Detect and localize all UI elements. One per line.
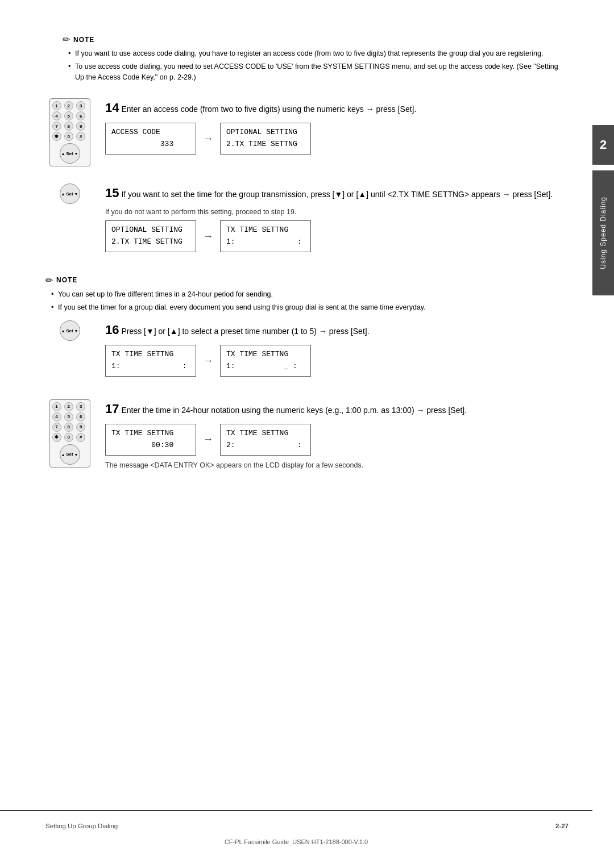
- lcd1-l1: ACCESS CODE: [111, 128, 160, 136]
- lcd16-2l1: TX TIME SETTNG: [226, 350, 288, 358]
- step-14-lcd1: ACCESS CODE 333: [105, 123, 196, 155]
- note2-label: NOTE: [56, 276, 77, 284]
- step-16-heading: 16 Press [▼] or [▲] to select a preset t…: [105, 320, 569, 339]
- step-17-icon-col: 1 2 3 4 5 6 7 8 9 ✱ 0 # Set: [45, 399, 94, 468]
- step-15-heading-text: If you want to set the time for the grou…: [121, 190, 553, 199]
- key-4: 4: [52, 111, 61, 120]
- step-16-lcd-row: TX TIME SETTNG1: : → TX TIME SETTNG1: _ …: [105, 345, 569, 377]
- key17-4: 4: [52, 412, 61, 422]
- step-14-heading: 14 Enter an access code (from two to fiv…: [105, 98, 569, 117]
- arrow-14: →: [203, 133, 213, 145]
- footer-row: Setting Up Group Dialing 2-27: [45, 823, 569, 829]
- top-note-section: ✏ NOTE If you want to use access code di…: [63, 34, 569, 82]
- set-btn-arrows-17: ▲▼: [60, 452, 80, 456]
- lcd17-l1: TX TIME SETTNG: [111, 429, 173, 437]
- set-btn-arrows-16: ▲▼: [60, 329, 80, 333]
- step-14-lcd2: OPTIONAL SETTING2.TX TIME SETTNG: [220, 123, 311, 155]
- key17-star: ✱: [52, 433, 61, 442]
- note2-pencil-icon: ✏: [45, 275, 53, 286]
- step-17-number: 17: [105, 402, 119, 416]
- lcd15-l2: 2.TX TIME SETTNG: [111, 237, 182, 246]
- step-15-lcd2: TX TIME SETTNG1: :: [220, 220, 311, 252]
- note2-list: You can set up to five different times i…: [45, 289, 569, 313]
- set-btn-arrows-15: ▲▼: [60, 192, 80, 196]
- keypad-grid: 1 2 3 4 5 6 7 8 9 ✱ 0 #: [52, 101, 88, 141]
- note-header: ✏ NOTE: [63, 34, 569, 45]
- step-17-row: 1 2 3 4 5 6 7 8 9 ✱ 0 # Set: [45, 399, 569, 474]
- step-15-heading: 15 If you want to set the time for the g…: [105, 183, 569, 202]
- step-16-number: 16: [105, 323, 119, 337]
- key-5: 5: [64, 111, 73, 120]
- key17-hash: #: [76, 433, 85, 442]
- step-17-lcd-row: TX TIME SETTNG 00:30 → TX TIME SETTNG2: …: [105, 424, 569, 456]
- step-17-heading: 17 Enter the time in 24-hour notation us…: [105, 399, 569, 418]
- step-14-number: 14: [105, 101, 119, 115]
- footer-line: [0, 810, 592, 811]
- key-0: 0: [64, 132, 73, 141]
- note-pencil-icon: ✏: [63, 34, 70, 45]
- keypad-icon: 1 2 3 4 5 6 7 8 9 ✱ 0 # Set: [49, 98, 90, 166]
- step-16-row: Set ▲▼ 16 Press [▼] or [▲] to select a p…: [45, 320, 569, 382]
- set-button-icon-16: Set ▲▼: [49, 320, 90, 341]
- step-14-lcd-row: ACCESS CODE 333 → OPTIONAL SETTING2.TX T…: [105, 123, 569, 155]
- set-button-16: Set ▲▼: [60, 320, 80, 341]
- step-15-lcd-row: OPTIONAL SETTING2.TX TIME SETTNG → TX TI…: [105, 220, 569, 252]
- lcd15-l1: OPTIONAL SETTING: [111, 226, 182, 234]
- lcd16-2l2: 1: _ :: [226, 362, 297, 370]
- key-8: 8: [64, 122, 73, 131]
- lcd1-l2: 333: [111, 140, 173, 148]
- step-16-heading-text: Press [▼] or [▲] to select a preset time…: [121, 327, 369, 336]
- key-hash: #: [76, 132, 85, 141]
- step-14-text: Enter an access code (from two to five d…: [121, 105, 416, 114]
- step-17-text: Enter the time in 24-hour notation using…: [121, 406, 467, 415]
- step-15-text: If you want to set the time for the grou…: [121, 190, 553, 199]
- footer-setting-label: Setting Up Group Dialing: [45, 823, 118, 829]
- step-16-content: 16 Press [▼] or [▲] to select a preset t…: [105, 320, 569, 382]
- note-item-2: To use access code dialing, you need to …: [68, 61, 569, 83]
- step-15-content: 15 If you want to set the time for the g…: [105, 183, 569, 258]
- note-item-1: If you want to use access code dialing, …: [68, 48, 569, 59]
- key17-0: 0: [64, 433, 73, 442]
- step-16-icon-col: Set ▲▼: [45, 320, 94, 341]
- arrow-15: →: [203, 231, 213, 243]
- set-button-14: Set ▲▼: [60, 143, 80, 164]
- arrow-16: →: [203, 355, 213, 367]
- footer-page-num: 2-27: [555, 823, 569, 829]
- step-16-text: Press [▼] or [▲] to select a preset time…: [121, 327, 369, 336]
- step-14-icon-col: 1 2 3 4 5 6 7 8 9 ✱ 0 # Set: [45, 98, 94, 166]
- arrow-17: →: [203, 433, 213, 445]
- keypad-grid-17: 1 2 3 4 5 6 7 8 9 ✱ 0 #: [52, 402, 88, 442]
- step-17-lcd1: TX TIME SETTNG 00:30: [105, 424, 196, 456]
- page-wrapper: 2 Using Speed Dialing ✏ NOTE If you want…: [0, 0, 614, 868]
- lcd2-l1: OPTIONAL SETTING: [226, 128, 297, 136]
- step-16-lcd1: TX TIME SETTNG1: :: [105, 345, 196, 377]
- step-14-heading-text: Enter an access code (from two to five d…: [121, 105, 416, 114]
- set-button-icon-15: Set ▲▼: [49, 183, 90, 204]
- step-17-heading-text: Enter the time in 24-hour notation using…: [121, 406, 467, 415]
- lcd16-l1: TX TIME SETTNG: [111, 350, 173, 358]
- step-15-lcd1: OPTIONAL SETTING2.TX TIME SETTNG: [105, 220, 196, 252]
- keypad-icon-17: 1 2 3 4 5 6 7 8 9 ✱ 0 # Set: [49, 399, 90, 468]
- key-star: ✱: [52, 132, 61, 141]
- key17-1: 1: [52, 402, 61, 411]
- note-list: If you want to use access code dialing, …: [63, 48, 569, 82]
- note-label: NOTE: [73, 36, 94, 44]
- key17-2: 2: [64, 402, 73, 411]
- key-3: 3: [76, 101, 85, 110]
- step-16-lcd2: TX TIME SETTNG1: _ :: [220, 345, 311, 377]
- step-17-content: 17 Enter the time in 24-hour notation us…: [105, 399, 569, 474]
- key17-9: 9: [76, 423, 85, 432]
- lcd17-l2: 00:30: [111, 441, 173, 449]
- side-tab: Using Speed Dialing: [592, 170, 614, 295]
- key17-7: 7: [52, 423, 61, 432]
- lcd2-l2: 2.TX TIME SETTNG: [226, 140, 297, 148]
- side-tab-label: Using Speed Dialing: [599, 197, 607, 269]
- key-7: 7: [52, 122, 61, 131]
- section-number: 2: [600, 137, 607, 152]
- lcd16-l2: 1: :: [111, 362, 187, 370]
- set-btn-arrows: ▲▼: [60, 152, 80, 156]
- footer-bottom-text: CF-PL Facsimile Guide_USEN HT1-2188-000-…: [225, 838, 368, 845]
- key17-5: 5: [64, 412, 73, 422]
- step-15-subtext: If you do not want to perform this setti…: [105, 208, 569, 216]
- key-2: 2: [64, 101, 73, 110]
